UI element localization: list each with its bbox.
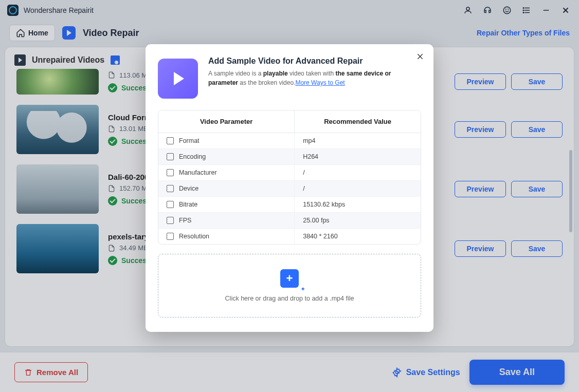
close-icon[interactable] [414, 50, 426, 63]
encoding-icon [167, 153, 174, 160]
param-label: Format [179, 137, 200, 144]
add-icon: + [280, 269, 299, 288]
bitrate-icon [167, 201, 174, 208]
fps-icon [167, 217, 174, 224]
param-value: 3840 * 2160 [295, 229, 421, 244]
modal-title: Add Sample Video for Advanced Repair [208, 57, 421, 66]
sample-dropzone[interactable]: + Click here or drag and drop to add a .… [158, 254, 421, 318]
more-ways-link[interactable]: More Ways to Get [295, 79, 345, 86]
param-label: Resolution [179, 233, 209, 240]
format-icon [167, 137, 174, 144]
resolution-icon [167, 233, 174, 240]
param-label: FPS [179, 217, 191, 224]
dropzone-hint: Click here or drag and drop to add a .mp… [225, 295, 354, 302]
param-value: / [295, 165, 421, 180]
modal-desc: A sample video is a playable video taken… [208, 69, 421, 87]
col-value: Recommended Value [295, 110, 421, 133]
param-label: Bitrate [179, 201, 197, 208]
param-label: Device [179, 185, 198, 192]
param-value: / [295, 181, 421, 196]
param-value: 15130.62 kbps [295, 197, 421, 212]
advanced-repair-modal: Add Sample Video for Advanced Repair A s… [146, 44, 433, 332]
modal-overlay[interactable]: Add Sample Video for Advanced Repair A s… [0, 0, 579, 392]
col-parameter: Video Parameter [158, 110, 295, 133]
device-icon [167, 185, 174, 192]
param-value: 25.00 fps [295, 213, 421, 228]
manufacturer-icon [167, 169, 174, 176]
param-value: mp4 [295, 133, 421, 148]
param-value: H264 [295, 149, 421, 164]
sample-video-icon [158, 59, 198, 99]
param-label: Encoding [179, 153, 206, 160]
param-label: Manufacturer [179, 169, 217, 176]
param-table: Video Parameter Recommended Value Format… [158, 110, 421, 245]
